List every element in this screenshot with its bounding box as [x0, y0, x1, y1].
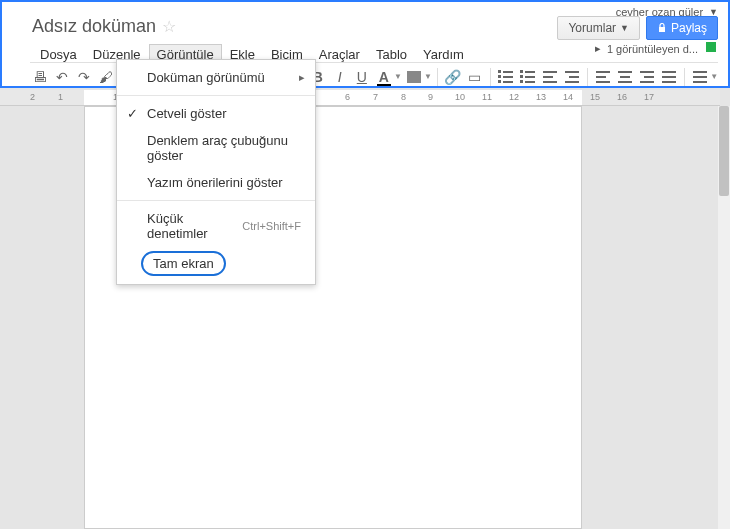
italic-button[interactable]: I	[330, 66, 350, 88]
ruler-number: 6	[345, 92, 350, 102]
dropdown-caret-icon[interactable]: ▼	[394, 72, 402, 81]
toolbar-separator	[490, 68, 491, 86]
document-title[interactable]: Adsız doküman	[32, 16, 156, 37]
align-right-button[interactable]	[637, 66, 657, 88]
menu-separator	[117, 200, 315, 201]
toolbar-separator	[587, 68, 588, 86]
menu-item-label: Tam ekran	[141, 251, 226, 276]
ruler-number: 7	[373, 92, 378, 102]
menu-item-label: Cetveli göster	[147, 106, 226, 121]
outdent-button[interactable]	[540, 66, 560, 88]
link-icon[interactable]: 🔗	[443, 66, 463, 88]
menu-item-fullscreen[interactable]: Tam ekran	[117, 247, 315, 280]
header-buttons: Yorumlar ▼ Paylaş	[557, 16, 718, 40]
menu-item-show-ruler[interactable]: Cetveli göster	[117, 100, 315, 127]
align-justify-button[interactable]	[659, 66, 679, 88]
viewer-arrow-icon: ▸	[595, 42, 601, 55]
ruler-number: 16	[617, 92, 627, 102]
ruler[interactable]: 2 1 1 2 3 4 5 6 7 8 9 10 11 12 13 14 15 …	[0, 90, 720, 106]
star-icon[interactable]: ☆	[162, 17, 176, 36]
ruler-number: 9	[428, 92, 433, 102]
menu-item-spelling[interactable]: Yazım önerilerini göster	[117, 169, 315, 196]
viewers-status[interactable]: ▸ 1 görüntüleyen d...	[595, 42, 698, 55]
redo-icon[interactable]: ↷	[74, 66, 94, 88]
ruler-number: 2	[30, 92, 35, 102]
page-area	[0, 106, 718, 529]
menu-item-equation-toolbar[interactable]: Denklem araç çubuğunu göster	[117, 127, 315, 169]
menu-item-label: Denklem araç çubuğunu göster	[147, 133, 301, 163]
vertical-scrollbar[interactable]	[718, 106, 730, 529]
menu-separator	[117, 95, 315, 96]
toolbar-separator	[684, 68, 685, 86]
menu-item-label: Doküman görünümü	[147, 70, 265, 85]
toolbar-separator	[437, 68, 438, 86]
scrollbar-thumb[interactable]	[719, 106, 729, 196]
header: cevher ozan güler ▼ Adsız doküman ☆ Yoru…	[0, 0, 730, 88]
indent-button[interactable]	[562, 66, 582, 88]
ruler-number: 11	[482, 92, 492, 102]
share-label: Paylaş	[671, 21, 707, 35]
title-row: Adsız doküman ☆	[32, 16, 176, 37]
ruler-number: 10	[455, 92, 465, 102]
menu-shortcut: Ctrl+Shift+F	[242, 220, 301, 232]
insert-image-icon[interactable]: ▭	[465, 66, 485, 88]
menu-item-compact-controls[interactable]: Küçük denetimler Ctrl+Shift+F	[117, 205, 315, 247]
ruler-number: 13	[536, 92, 546, 102]
ruler-number: 8	[401, 92, 406, 102]
caret-down-icon: ▼	[620, 23, 629, 33]
share-button[interactable]: Paylaş	[646, 16, 718, 40]
line-spacing-button[interactable]	[690, 66, 710, 88]
svg-rect-0	[659, 27, 665, 32]
ruler-margin-left	[0, 90, 84, 106]
text-color-button[interactable]: A	[374, 66, 394, 88]
align-center-button[interactable]	[615, 66, 635, 88]
undo-icon[interactable]: ↶	[52, 66, 72, 88]
highlight-color-button[interactable]	[404, 66, 424, 88]
menu-item-label: Küçük denetimler	[147, 211, 242, 241]
viewers-text: 1 görüntüleyen d...	[607, 43, 698, 55]
ruler-number: 15	[590, 92, 600, 102]
paint-format-icon[interactable]: 🖌	[96, 66, 116, 88]
ruler-number: 1	[58, 92, 63, 102]
view-menu-dropdown: Doküman görünümü Cetveli göster Denklem …	[116, 59, 316, 285]
dropdown-caret-icon[interactable]: ▼	[710, 72, 718, 81]
align-left-button[interactable]	[593, 66, 613, 88]
bullet-list-button[interactable]	[518, 66, 538, 88]
dropdown-caret-icon[interactable]: ▼	[424, 72, 432, 81]
ruler-number: 12	[509, 92, 519, 102]
print-icon[interactable]: 🖶	[30, 66, 50, 88]
comments-label: Yorumlar	[568, 21, 616, 35]
numbered-list-button[interactable]	[496, 66, 516, 88]
lock-icon	[657, 23, 667, 33]
menu-item-label: Yazım önerilerini göster	[147, 175, 283, 190]
menu-item-doc-view[interactable]: Doküman görünümü	[117, 64, 315, 91]
app-root: cevher ozan güler ▼ Adsız doküman ☆ Yoru…	[0, 0, 730, 529]
ruler-number: 14	[563, 92, 573, 102]
underline-button[interactable]: U	[352, 66, 372, 88]
ruler-number: 17	[644, 92, 654, 102]
comments-button[interactable]: Yorumlar ▼	[557, 16, 640, 40]
presence-indicator[interactable]	[706, 42, 716, 52]
